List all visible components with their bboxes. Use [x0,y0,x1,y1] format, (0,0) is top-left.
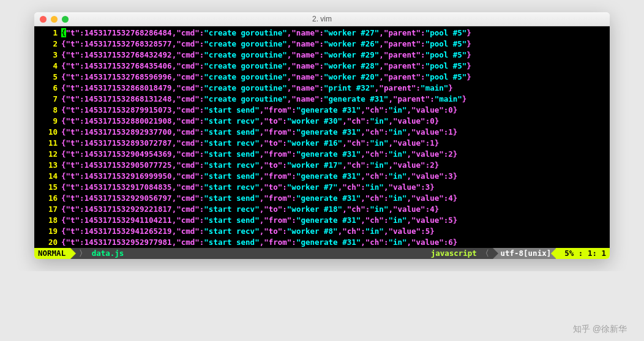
code-line: 8{"t":1453171532879915073,"cmd":"start s… [34,105,610,116]
code-line: 2{"t":1453171532768328577,"cmd":"create … [34,39,610,50]
code-content: {"t":1453171532880021908,"cmd":"start re… [61,116,610,127]
code-content: {"t":1453171532868018479,"cmd":"create g… [61,83,610,94]
code-line: 5{"t":1453171532768596996,"cmd":"create … [34,72,610,83]
line-number: 5 [34,72,61,83]
code-content: {"t":1453171532868131248,"cmd":"create g… [61,94,610,105]
line-number: 6 [34,83,61,94]
code-line: 16{"t":1453171532929056797,"cmd":"start … [34,193,610,204]
line-number: 3 [34,50,61,61]
code-content: {"t":1453171532929056797,"cmd":"start se… [61,193,610,204]
code-line: 1{"t":1453171532768286484,"cmd":"create … [34,28,610,39]
code-line: 13{"t":1453171532905077725,"cmd":"start … [34,160,610,171]
code-line: 20{"t":1453171532952977981,"cmd":"start … [34,237,610,248]
code-line: 4{"t":1453171532768435406,"cmd":"create … [34,61,610,72]
code-content: {"t":1453171532941104211,"cmd":"start se… [61,215,610,226]
code-content: {"t":1453171532904954369,"cmd":"start se… [61,149,610,160]
line-number: 8 [34,105,61,116]
code-line: 17{"t":1453171532929221817,"cmd":"start … [34,204,610,215]
code-content: {"t":1453171532917084835,"cmd":"start re… [61,182,610,193]
line-number: 11 [34,138,61,149]
code-line: 10{"t":1453171532892937700,"cmd":"start … [34,127,610,138]
code-line: 12{"t":1453171532904954369,"cmd":"start … [34,149,610,160]
line-number: 4 [34,61,61,72]
line-number: 7 [34,94,61,105]
code-line: 19{"t":1453171532941265219,"cmd":"start … [34,226,610,237]
line-number: 1 [34,28,61,39]
code-line: 15{"t":1453171532917084835,"cmd":"start … [34,182,610,193]
file-name: 〉 data.js [70,248,427,259]
line-number: 9 [34,116,61,127]
code-content: {"t":1453171532879915073,"cmd":"start se… [61,105,610,116]
minimize-icon[interactable] [51,16,58,23]
line-number: 15 [34,182,61,193]
file-type: javascript 〈 [427,248,493,259]
code-content: {"t":1453171532768328577,"cmd":"create g… [61,39,610,50]
code-content: {"t":1453171532768432492,"cmd":"create g… [61,50,610,61]
line-number: 16 [34,193,61,204]
line-number: 12 [34,149,61,160]
code-line: 11{"t":1453171532893072787,"cmd":"start … [34,138,610,149]
window-title: 2. vim [34,15,610,23]
code-content: {"t":1453171532768435406,"cmd":"create g… [61,61,610,72]
file-encoding: utf-8[unix] [493,248,556,259]
terminal-window: 2. vim 1{"t":1453171532768286484,"cmd":"… [34,12,610,259]
line-number: 20 [34,237,61,248]
code-content: {"t":1453171532893072787,"cmd":"start re… [61,138,610,149]
code-line: 18{"t":1453171532941104211,"cmd":"start … [34,215,610,226]
line-number: 2 [34,39,61,50]
titlebar[interactable]: 2. vim [34,12,610,26]
code-content: {"t":1453171532768286484,"cmd":"create g… [61,28,610,39]
line-number: 18 [34,215,61,226]
code-line: 9{"t":1453171532880021908,"cmd":"start r… [34,116,610,127]
code-content: {"t":1453171532916999950,"cmd":"start se… [61,171,610,182]
zoom-icon[interactable] [62,16,69,23]
code-line: 7{"t":1453171532868131248,"cmd":"create … [34,94,610,105]
traffic-lights [34,16,69,23]
code-line: 3{"t":1453171532768432492,"cmd":"create … [34,50,610,61]
code-content: {"t":1453171532768596996,"cmd":"create g… [61,72,610,83]
mode-indicator: NORMAL [34,248,70,259]
line-number: 14 [34,171,61,182]
status-bar: NORMAL 〉 data.js javascript 〈 utf-8[unix… [34,248,610,259]
close-icon[interactable] [40,16,47,23]
code-line: 14{"t":1453171532916999950,"cmd":"start … [34,171,610,182]
line-number: 13 [34,160,61,171]
line-number: 19 [34,226,61,237]
code-line: 6{"t":1453171532868018479,"cmd":"create … [34,83,610,94]
line-number: 17 [34,204,61,215]
line-number: 10 [34,127,61,138]
code-content: {"t":1453171532905077725,"cmd":"start re… [61,160,610,171]
cursor-position: 5% : 1: 1 [556,248,610,259]
editor-buffer[interactable]: 1{"t":1453171532768286484,"cmd":"create … [34,26,610,248]
code-content: {"t":1453171532892937700,"cmd":"start se… [61,127,610,138]
code-content: {"t":1453171532929221817,"cmd":"start re… [61,204,610,215]
code-content: {"t":1453171532952977981,"cmd":"start se… [61,237,610,248]
code-content: {"t":1453171532941265219,"cmd":"start re… [61,226,610,237]
